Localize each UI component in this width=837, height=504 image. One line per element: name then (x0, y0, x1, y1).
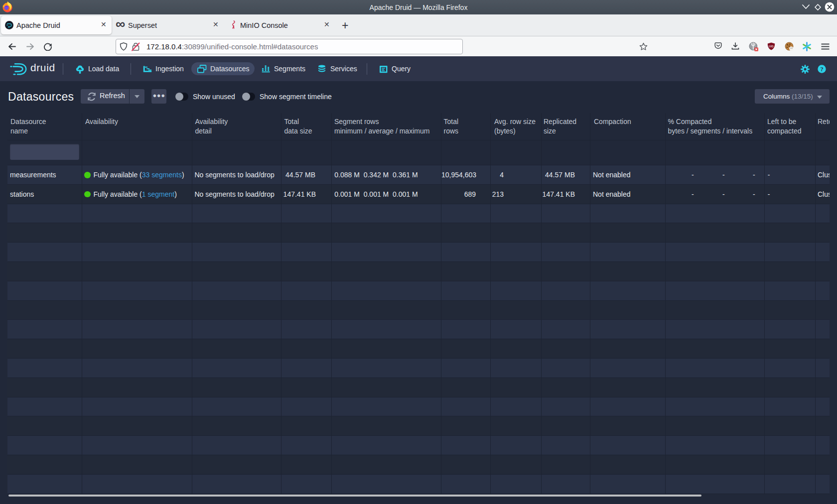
svg-text:UO: UO (769, 44, 773, 48)
svg-text:?: ? (820, 66, 823, 73)
